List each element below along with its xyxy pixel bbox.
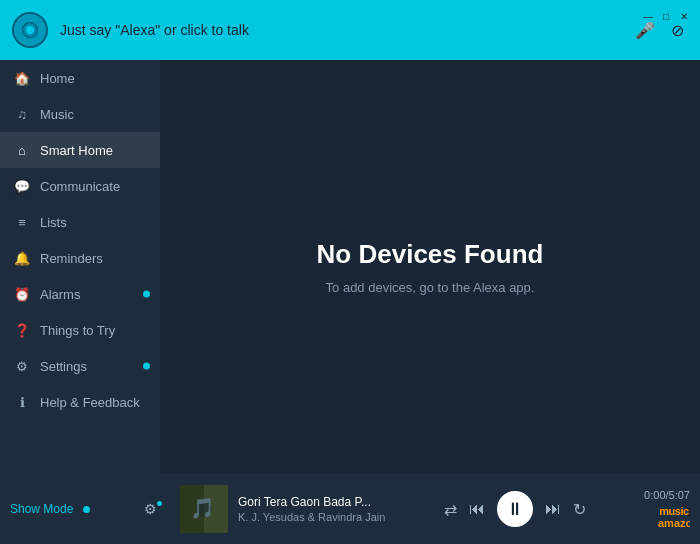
sidebar-label-communicate: Communicate xyxy=(40,179,120,194)
shuffle-button[interactable]: ⇄ xyxy=(444,500,457,519)
previous-button[interactable]: ⏮ xyxy=(469,500,485,518)
sidebar-label-help: Help & Feedback xyxy=(40,395,140,410)
sidebar: 🏠 Home ♫ Music ⌂ Smart Home 💬 Communicat… xyxy=(0,60,160,474)
player-bar: Show Mode ⚙ 🎵 Gori Tera Gaon Bada P... K… xyxy=(0,474,700,544)
sidebar-item-communicate[interactable]: 💬 Communicate xyxy=(0,168,160,204)
player-right: 0:00/5:07 music amazon xyxy=(644,489,690,529)
title-bar-text: Just say "Alexa" or click to talk xyxy=(60,22,631,38)
play-pause-button[interactable]: ⏸ xyxy=(497,491,533,527)
music-icon: ♫ xyxy=(14,106,30,122)
things-to-try-icon: ❓ xyxy=(14,322,30,338)
sidebar-item-smart-home[interactable]: ⌂ Smart Home xyxy=(0,132,160,168)
sidebar-item-home[interactable]: 🏠 Home xyxy=(0,60,160,96)
settings-icon: ⚙ xyxy=(14,358,30,374)
settings-dot xyxy=(143,363,150,370)
reminders-icon: 🔔 xyxy=(14,250,30,266)
sidebar-label-lists: Lists xyxy=(40,215,67,230)
show-mode-label: Show Mode xyxy=(10,502,73,516)
communicate-icon: 💬 xyxy=(14,178,30,194)
help-icon: ℹ xyxy=(14,394,30,410)
close-button[interactable]: ✕ xyxy=(676,8,692,24)
alarms-dot xyxy=(143,291,150,298)
player-sidebar-area: Show Mode ⚙ xyxy=(10,501,170,517)
player-settings-button[interactable]: ⚙ xyxy=(144,501,157,517)
sidebar-item-alarms[interactable]: ⏰ Alarms xyxy=(0,276,160,312)
total-time: 5:07 xyxy=(669,489,690,501)
title-bar: Just say "Alexa" or click to talk 🎤 ⊘ — … xyxy=(0,0,700,60)
music-branding: music amazon xyxy=(658,505,690,529)
sidebar-item-things-to-try[interactable]: ❓ Things to Try xyxy=(0,312,160,348)
smart-home-icon: ⌂ xyxy=(14,142,30,158)
track-name: Gori Tera Gaon Bada P... xyxy=(238,495,385,509)
main-container: 🏠 Home ♫ Music ⌂ Smart Home 💬 Communicat… xyxy=(0,60,700,474)
sidebar-label-alarms: Alarms xyxy=(40,287,80,302)
alexa-logo xyxy=(12,12,48,48)
album-art-image: 🎵 xyxy=(180,485,228,533)
sidebar-item-help[interactable]: ℹ Help & Feedback xyxy=(0,384,160,420)
repeat-button[interactable]: ↻ xyxy=(573,500,586,519)
album-art: 🎵 xyxy=(180,485,228,533)
sidebar-item-settings[interactable]: ⚙ Settings xyxy=(0,348,160,384)
music-label: music xyxy=(659,505,688,517)
svg-point-1 xyxy=(26,26,34,34)
sidebar-label-reminders: Reminders xyxy=(40,251,103,266)
sidebar-label-smart-home: Smart Home xyxy=(40,143,113,158)
show-mode-dot xyxy=(83,506,90,513)
content-area: No Devices Found To add devices, go to t… xyxy=(160,60,700,474)
no-devices-subtitle: To add devices, go to the Alexa app. xyxy=(326,280,535,295)
window-controls: — □ ✕ xyxy=(640,8,692,24)
sidebar-label-things-to-try: Things to Try xyxy=(40,323,115,338)
sidebar-label-settings: Settings xyxy=(40,359,87,374)
sidebar-item-music[interactable]: ♫ Music xyxy=(0,96,160,132)
player-time: 0:00/5:07 xyxy=(644,489,690,501)
alarms-icon: ⏰ xyxy=(14,286,30,302)
track-artist: K. J. Yesudas & Ravindra Jain xyxy=(238,511,385,523)
sidebar-item-reminders[interactable]: 🔔 Reminders xyxy=(0,240,160,276)
sidebar-label-home: Home xyxy=(40,71,75,86)
sidebar-label-music: Music xyxy=(40,107,74,122)
amazon-logo: amazon xyxy=(658,517,690,529)
show-mode-button[interactable]: Show Mode xyxy=(10,502,73,516)
no-devices-title: No Devices Found xyxy=(317,239,544,270)
sidebar-item-lists[interactable]: ≡ Lists xyxy=(0,204,160,240)
player-settings-dot xyxy=(157,501,162,506)
svg-text:amazon: amazon xyxy=(658,517,690,529)
svg-text:🎵: 🎵 xyxy=(190,496,215,520)
maximize-button[interactable]: □ xyxy=(658,8,674,24)
next-button[interactable]: ⏭ xyxy=(545,500,561,518)
minimize-button[interactable]: — xyxy=(640,8,656,24)
lists-icon: ≡ xyxy=(14,214,30,230)
current-time: 0:00 xyxy=(644,489,665,501)
track-info: Gori Tera Gaon Bada P... K. J. Yesudas &… xyxy=(238,495,385,523)
home-icon: 🏠 xyxy=(14,70,30,86)
player-controls: ⇄ ⏮ ⏸ ⏭ ↻ xyxy=(395,491,634,527)
